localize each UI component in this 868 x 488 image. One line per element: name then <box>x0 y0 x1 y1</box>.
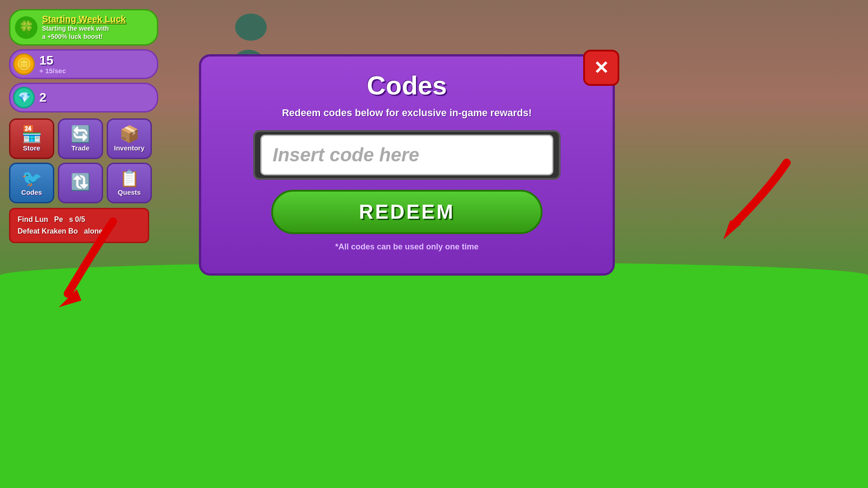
inventory-label: Inventory <box>114 144 145 152</box>
coin-icon: 🪙 <box>13 53 35 75</box>
clover-icon: 🍀 <box>15 16 38 39</box>
trade-button[interactable]: 🔄 Trade <box>58 118 103 159</box>
redeem-button[interactable]: REDEEM <box>271 190 542 234</box>
coins-bar: 🪙 15 + 15/sec <box>9 49 158 79</box>
luck-description: Starting the week witha +500% luck boost… <box>42 24 126 41</box>
coins-rate: + 15/sec <box>39 67 66 75</box>
codes-label: Codes <box>21 188 42 196</box>
coins-amount: 15 <box>39 54 66 67</box>
quests-label: Quests <box>118 188 141 196</box>
modal-subtitle: Redeem codes below for exclusive in-game… <box>282 107 532 119</box>
quest-tracker: Find Lun Pe s 0/5 Defeat Kraken Bo alone <box>9 208 149 243</box>
luck-banner: 🍀 Starting Week Luck Starting the week w… <box>9 9 158 46</box>
code-input-container <box>253 130 561 180</box>
top-left-ui: 🍀 Starting Week Luck Starting the week w… <box>9 9 158 243</box>
quests-button[interactable]: 📋 Quests <box>107 163 152 203</box>
store-icon: 🏪 <box>22 126 42 142</box>
codes-modal-overlay: ✕ Codes Redeem codes below for exclusive… <box>199 54 615 276</box>
store-button[interactable]: 🏪 Store <box>9 118 54 159</box>
dino-head <box>235 14 267 41</box>
inventory-button[interactable]: 📦 Inventory <box>107 118 152 159</box>
gems-values: 2 <box>39 91 47 104</box>
social-button[interactable]: 🔃 <box>58 163 103 203</box>
gem-icon: 💎 <box>13 87 35 108</box>
codes-button[interactable]: 🐦 Codes <box>9 163 54 203</box>
coins-values: 15 + 15/sec <box>39 54 66 75</box>
luck-title: Starting Week Luck <box>42 14 126 24</box>
modal-disclaimer: *All codes can be used only one time <box>335 242 478 252</box>
quests-icon: 📋 <box>119 170 140 187</box>
redeem-label: REDEEM <box>359 201 455 223</box>
trade-label: Trade <box>71 144 90 152</box>
inventory-icon: 📦 <box>119 126 140 142</box>
gems-bar: 💎 2 <box>9 83 158 113</box>
gems-amount: 2 <box>39 91 47 104</box>
ground <box>0 262 868 488</box>
codes-modal: ✕ Codes Redeem codes below for exclusive… <box>199 54 615 276</box>
codes-icon: 🐦 <box>22 170 42 187</box>
modal-title: Codes <box>367 70 447 100</box>
trade-icon: 🔄 <box>71 126 91 142</box>
social-icon: 🔃 <box>71 174 91 190</box>
quest-item-2: Defeat Kraken Bo alone <box>18 225 141 237</box>
action-buttons-grid: 🏪 Store 🔄 Trade 📦 Inventory 🐦 Codes 🔃 📋 … <box>9 118 158 203</box>
quest-item-1: Find Lun Pe s 0/5 <box>18 214 141 225</box>
luck-text: Starting Week Luck Starting the week wit… <box>42 14 126 41</box>
store-label: Store <box>23 144 40 152</box>
code-input[interactable] <box>260 135 553 175</box>
close-icon: ✕ <box>594 57 609 78</box>
close-button[interactable]: ✕ <box>583 50 619 86</box>
